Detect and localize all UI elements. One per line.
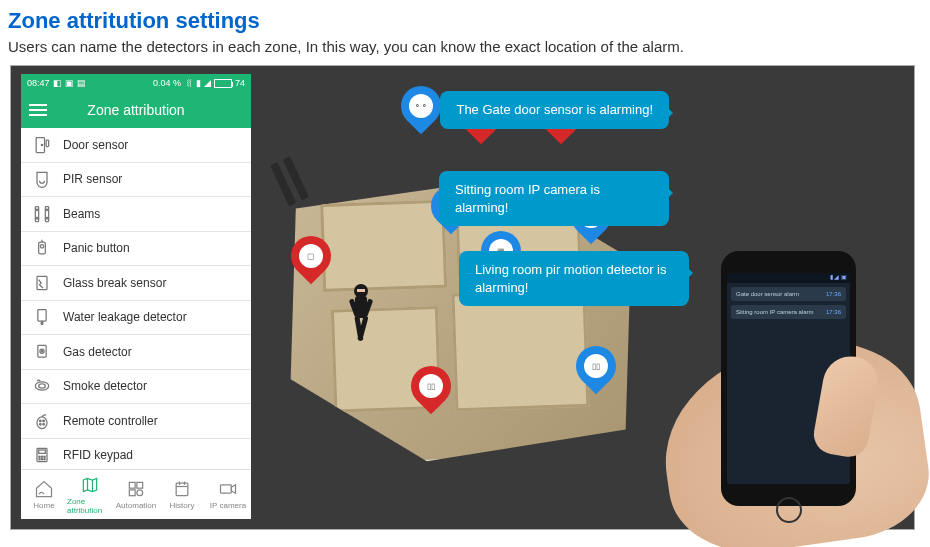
map-marker-socket: ⚬⚬ bbox=[401, 86, 441, 138]
svg-rect-13 bbox=[38, 310, 46, 322]
svg-point-8 bbox=[46, 217, 48, 219]
door-sensor-icon bbox=[31, 134, 53, 156]
nav-label: IP camera bbox=[210, 501, 246, 510]
nav-automation[interactable]: Automation bbox=[113, 470, 159, 519]
burglar-icon bbox=[341, 281, 381, 351]
beams-icon bbox=[31, 203, 53, 225]
zone-label: Door sensor bbox=[63, 138, 128, 152]
nav-label: History bbox=[170, 501, 195, 510]
nav-label: Automation bbox=[116, 501, 156, 510]
svg-point-1 bbox=[41, 144, 42, 145]
map-marker-pir: ▢ bbox=[291, 236, 331, 288]
nav-label: Home bbox=[33, 501, 54, 510]
svg-point-26 bbox=[39, 456, 40, 457]
home-icon bbox=[34, 479, 54, 499]
svg-rect-2 bbox=[46, 140, 48, 147]
remote-controller-icon bbox=[31, 410, 53, 432]
zone-label: RFID keypad bbox=[63, 448, 133, 462]
svg-point-29 bbox=[39, 459, 40, 460]
svg-rect-40 bbox=[221, 485, 232, 493]
app-title: Zone attribution bbox=[87, 102, 184, 118]
bottom-nav: Home Zone attribution Automation History… bbox=[21, 469, 251, 519]
zone-item[interactable]: Panic button bbox=[21, 232, 251, 267]
phone-left-mockup: 08:47 ◧ ▣ ▤ 0.04 % ⧛ ▮ ◢ 74 Zone attribu… bbox=[21, 74, 251, 519]
svg-rect-33 bbox=[137, 482, 143, 488]
glass-break-icon bbox=[31, 272, 53, 294]
svg-point-5 bbox=[36, 209, 38, 211]
svg-point-20 bbox=[40, 420, 42, 422]
svg-point-28 bbox=[44, 456, 45, 457]
page-subtitle: Users can name the detectors in each zon… bbox=[8, 38, 922, 55]
map-icon bbox=[80, 475, 100, 495]
svg-rect-25 bbox=[39, 450, 46, 453]
zone-item[interactable]: Remote controller bbox=[21, 404, 251, 439]
status-bar: 08:47 ◧ ▣ ▤ 0.04 % ⧛ ▮ ◢ 74 bbox=[21, 74, 251, 92]
svg-point-22 bbox=[40, 423, 42, 425]
phone-status-bar: ▮ ◢ ▣ bbox=[727, 273, 850, 283]
svg-rect-47 bbox=[357, 289, 365, 292]
alert-bubble: The Gate door sensor is alarming! bbox=[440, 91, 669, 129]
history-icon bbox=[172, 479, 192, 499]
app-header: Zone attribution bbox=[21, 92, 251, 128]
nav-zone-attribution[interactable]: Zone attribution bbox=[67, 470, 113, 519]
signal-icon: ▮ bbox=[196, 78, 201, 88]
zone-label: PIR sensor bbox=[63, 172, 122, 186]
gas-detector-icon bbox=[31, 341, 53, 363]
status-app-icon: ◧ bbox=[53, 78, 62, 88]
illustration-area: 08:47 ◧ ▣ ▤ 0.04 % ⧛ ▮ ◢ 74 Zone attribu… bbox=[10, 65, 915, 530]
pir-sensor-icon bbox=[31, 168, 53, 190]
svg-point-31 bbox=[44, 459, 45, 460]
page-title: Zone attritution settings bbox=[8, 8, 922, 34]
water-leak-icon bbox=[31, 306, 53, 328]
svg-rect-32 bbox=[129, 482, 135, 488]
wifi-icon: ⧛ bbox=[184, 78, 193, 88]
status-time: 08:47 bbox=[27, 78, 50, 88]
battery-percent: 74 bbox=[235, 78, 245, 88]
svg-point-35 bbox=[137, 490, 143, 496]
svg-rect-34 bbox=[129, 490, 135, 496]
svg-point-10 bbox=[40, 245, 43, 248]
nav-home[interactable]: Home bbox=[21, 470, 67, 519]
map-marker-door: ▯▯ bbox=[411, 366, 451, 418]
zone-item[interactable]: Beams bbox=[21, 197, 251, 232]
battery-icon bbox=[214, 79, 232, 88]
status-data: 0.04 % bbox=[153, 78, 181, 88]
zone-label: Remote controller bbox=[63, 414, 158, 428]
svg-point-30 bbox=[41, 459, 42, 460]
svg-point-7 bbox=[36, 217, 38, 219]
panic-button-icon bbox=[31, 237, 53, 259]
zone-label: Panic button bbox=[63, 241, 130, 255]
zone-item[interactable]: RFID keypad bbox=[21, 439, 251, 470]
signal-icon: ◢ bbox=[204, 78, 211, 88]
zone-list: Door sensor PIR sensor Beams Panic butto… bbox=[21, 128, 251, 469]
zone-item[interactable]: Gas detector bbox=[21, 335, 251, 370]
zone-item[interactable]: PIR sensor bbox=[21, 163, 251, 198]
status-app-icon: ▣ bbox=[65, 78, 74, 88]
nav-history[interactable]: History bbox=[159, 470, 205, 519]
home-button[interactable] bbox=[776, 497, 802, 523]
zone-label: Gas detector bbox=[63, 345, 132, 359]
nav-label: Zone attribution bbox=[67, 497, 113, 515]
zone-label: Water leakage detector bbox=[63, 310, 187, 324]
svg-point-19 bbox=[37, 417, 47, 429]
svg-point-17 bbox=[35, 382, 48, 390]
hand-holding-phone: ▮ ◢ ▣ Gate door sensor alarm17:36 Sittin… bbox=[624, 216, 904, 526]
svg-point-23 bbox=[43, 423, 45, 425]
zone-item[interactable]: Smoke detector bbox=[21, 370, 251, 405]
zone-item[interactable]: Glass break sensor bbox=[21, 266, 251, 301]
zone-item[interactable]: Door sensor bbox=[21, 128, 251, 163]
nav-ip-camera[interactable]: IP camera bbox=[205, 470, 251, 519]
svg-point-27 bbox=[41, 456, 42, 457]
svg-point-6 bbox=[46, 209, 48, 211]
svg-point-18 bbox=[39, 384, 46, 388]
automation-icon bbox=[126, 479, 146, 499]
rfid-keypad-icon bbox=[31, 444, 53, 466]
svg-point-21 bbox=[43, 420, 45, 422]
zone-item[interactable]: Water leakage detector bbox=[21, 301, 251, 336]
svg-point-16 bbox=[41, 350, 42, 351]
zone-label: Glass break sensor bbox=[63, 276, 166, 290]
svg-rect-36 bbox=[176, 483, 188, 496]
notification-item: Gate door sensor alarm17:36 bbox=[731, 287, 846, 301]
menu-icon[interactable] bbox=[29, 101, 47, 119]
zone-label: Smoke detector bbox=[63, 379, 147, 393]
